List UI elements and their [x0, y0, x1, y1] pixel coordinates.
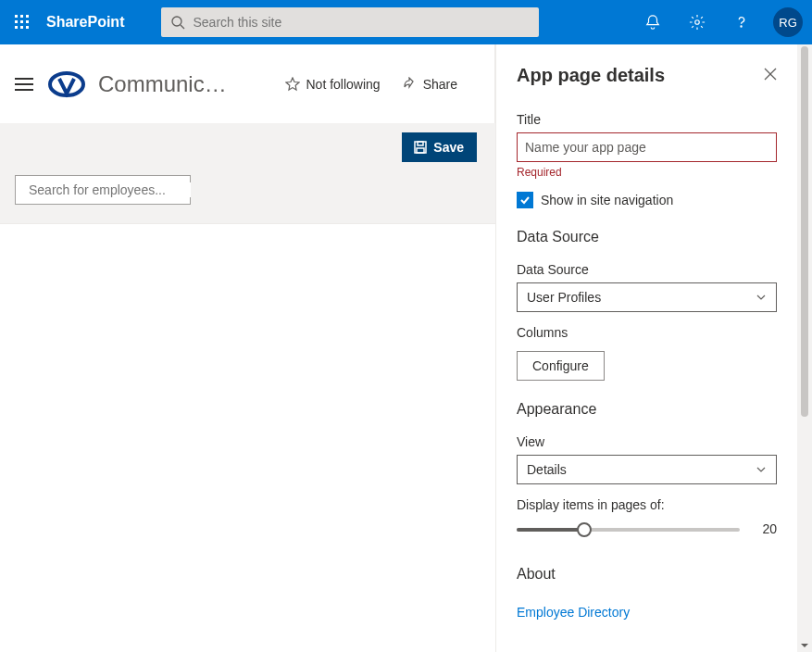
site-header: Communicati… Not following Share — [0, 44, 495, 123]
help-icon[interactable] — [719, 0, 764, 44]
about-link[interactable]: Employee Directory — [517, 605, 630, 620]
site-logo — [48, 66, 85, 103]
employee-search[interactable] — [15, 175, 191, 205]
global-search-input[interactable] — [185, 15, 530, 30]
svg-rect-15 — [418, 142, 423, 145]
panel-scrollbar[interactable] — [797, 44, 812, 652]
star-outline-icon — [285, 77, 300, 92]
appearance-section: Appearance — [517, 401, 777, 418]
about-section: About — [517, 566, 777, 583]
hamburger-icon[interactable] — [15, 78, 33, 91]
show-nav-label: Show in site navigation — [541, 193, 673, 207]
notifications-icon[interactable] — [631, 0, 675, 44]
search-icon — [170, 15, 185, 30]
page-size-value: 20 — [755, 521, 777, 536]
configure-button[interactable]: Configure — [517, 351, 605, 381]
svg-rect-16 — [417, 148, 424, 153]
svg-rect-1 — [20, 15, 23, 18]
slider-thumb[interactable] — [577, 522, 592, 537]
share-icon — [403, 77, 418, 92]
canvas-area — [0, 223, 495, 652]
svg-rect-3 — [15, 20, 18, 23]
columns-label: Columns — [517, 325, 777, 340]
scroll-down-icon[interactable] — [797, 639, 812, 652]
user-avatar[interactable]: RG — [773, 7, 803, 37]
save-button[interactable]: Save — [402, 132, 477, 162]
left-column: Communicati… Not following Share Save — [0, 44, 496, 652]
view-value: Details — [527, 462, 567, 477]
site-title[interactable]: Communicati… — [98, 71, 237, 97]
data-source-value: User Profiles — [527, 290, 601, 305]
panel-title: App page details — [517, 65, 665, 86]
not-following-button[interactable]: Not following — [285, 77, 380, 92]
brand-label[interactable]: SharePoint — [44, 14, 124, 31]
app-launcher-icon[interactable] — [0, 0, 44, 44]
checkbox-checked-icon — [517, 192, 533, 208]
save-icon — [413, 140, 428, 155]
employee-search-input[interactable] — [23, 182, 191, 197]
svg-point-11 — [695, 20, 700, 25]
close-icon[interactable] — [764, 68, 777, 84]
page-size-slider[interactable] — [517, 520, 740, 538]
global-header: SharePoint RG — [0, 0, 812, 44]
pages-label: Display items in pages of: — [517, 497, 777, 512]
svg-rect-8 — [26, 26, 29, 29]
svg-rect-0 — [15, 15, 18, 18]
title-input[interactable] — [517, 132, 777, 162]
save-button-label: Save — [433, 140, 464, 155]
view-label: View — [517, 434, 777, 449]
svg-rect-6 — [15, 26, 18, 29]
svg-line-10 — [181, 25, 184, 29]
show-nav-checkbox[interactable]: Show in site navigation — [517, 192, 777, 208]
chevron-down-icon — [756, 292, 767, 303]
share-button[interactable]: Share — [403, 77, 457, 92]
chevron-down-icon — [756, 464, 767, 475]
settings-icon[interactable] — [675, 0, 719, 44]
svg-rect-5 — [26, 20, 29, 23]
svg-point-9 — [172, 17, 181, 26]
global-search[interactable] — [161, 7, 539, 37]
required-label: Required — [517, 166, 777, 179]
view-dropdown[interactable]: Details — [517, 455, 777, 484]
data-source-section: Data Source — [517, 229, 777, 245]
canvas-toolbar: Save — [0, 123, 495, 223]
svg-point-12 — [741, 26, 742, 27]
svg-rect-7 — [20, 26, 23, 29]
not-following-label: Not following — [306, 77, 380, 92]
details-panel: App page details Title Required Show in … — [496, 44, 797, 652]
data-source-label: Data Source — [517, 262, 777, 277]
details-panel-container: App page details Title Required Show in … — [496, 44, 812, 652]
svg-rect-2 — [26, 15, 29, 18]
svg-rect-4 — [20, 20, 23, 23]
title-field-label: Title — [517, 112, 777, 127]
share-label: Share — [423, 77, 457, 92]
data-source-dropdown[interactable]: User Profiles — [517, 282, 777, 312]
